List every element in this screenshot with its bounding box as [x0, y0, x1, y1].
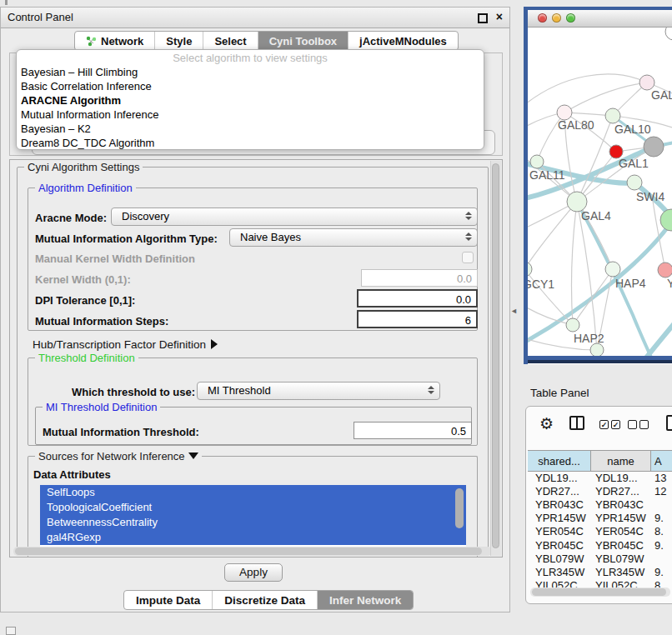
attribute-item[interactable]: BetweennessCentrality: [40, 515, 466, 530]
table-row[interactable]: YPR145WYPR145W9.: [528, 512, 672, 525]
attribute-list: SelfLoopsTopologicalCoefficientBetweenne…: [40, 485, 466, 547]
column-header-partial[interactable]: A: [651, 451, 672, 471]
zoom-traffic-light-icon[interactable]: [566, 13, 575, 22]
horizontal-scrollbar-thumb[interactable]: [15, 548, 482, 555]
table-row[interactable]: YBL079WYBL079W: [528, 552, 672, 565]
table-cell: YDR27...: [528, 485, 591, 498]
table-cell: YDR27...: [591, 485, 651, 498]
algorithm-option[interactable]: Mutual Information Inference: [17, 108, 484, 122]
table-cell: 9.: [651, 539, 672, 552]
column-header-name[interactable]: name: [591, 451, 651, 471]
minimized-panel-icon[interactable]: [6, 627, 16, 635]
table-cell: YLR345W: [528, 566, 591, 578]
vertical-scrollbar-thumb[interactable]: [492, 163, 499, 548]
network-window-titlebar[interactable]: [528, 10, 672, 28]
close-icon[interactable]: ×: [496, 10, 503, 23]
algorithm-option[interactable]: Dream8 DC_TDC Algorithm: [17, 136, 484, 150]
manual-kernel-label: Manual Kernel Width Definition: [35, 252, 195, 265]
network-node-GAL11[interactable]: [530, 155, 544, 168]
table-cell: YLR345W: [591, 566, 651, 578]
table-cell: YPR145W: [591, 512, 651, 524]
aracne-mode-select[interactable]: Discovery: [111, 208, 478, 226]
network-edge: [573, 269, 613, 325]
aracne-mode-label: Aracne Mode:: [35, 212, 107, 224]
table-horizontal-scrollbar[interactable]: [530, 588, 670, 597]
mi-threshold-group: MI Threshold Definition Mutual Informati…: [35, 407, 472, 445]
table-cell: 12: [651, 485, 672, 498]
stepper-arrows-icon: [428, 386, 434, 394]
tab-style[interactable]: Style: [155, 32, 203, 50]
attribute-item[interactable]: SelfLoops: [40, 485, 466, 500]
apply-button[interactable]: Apply: [224, 563, 283, 582]
function-builder-icon[interactable]: [666, 415, 672, 431]
tab-infer-network[interactable]: Infer Network: [318, 591, 413, 609]
network-node-GAL10[interactable]: [605, 108, 620, 123]
tab-select[interactable]: Select: [203, 32, 258, 50]
table-panel: ⚙ ✓ ✓ shared... name A YDL19...YDL19...1…: [525, 406, 672, 604]
gear-icon[interactable]: ⚙: [539, 414, 554, 433]
network-node-Y-salmon[interactable]: [658, 262, 672, 278]
split-columns-icon[interactable]: [569, 416, 584, 430]
close-traffic-light-icon[interactable]: [538, 13, 547, 22]
mi-threshold-value: 0.5: [451, 425, 466, 438]
table-cell: YDL19...: [528, 472, 591, 484]
algorithm-option[interactable]: Bayesian – Hill Climbing: [17, 65, 484, 79]
sources-title[interactable]: Sources for Network Inference: [35, 450, 202, 462]
table-row[interactable]: YDL19...YDL19...13: [528, 471, 672, 484]
hide-columns-icon[interactable]: [628, 420, 649, 429]
table-row[interactable]: YBR045CYBR045C9.: [528, 538, 672, 552]
control-panel-titlebar: Control Panel ×: [1, 8, 509, 28]
attribute-item[interactable]: TopologicalCoefficient: [40, 500, 466, 515]
table-row[interactable]: YER054CYER054C8.: [528, 525, 672, 538]
manual-kernel-checkbox[interactable]: [462, 252, 474, 263]
network-node-label: GAL1: [619, 157, 649, 170]
panel-divider-handle[interactable]: ◄: [510, 307, 518, 315]
network-node-GCY1[interactable]: [528, 262, 532, 277]
attribute-item[interactable]: gal4RGexp: [40, 530, 466, 545]
float-panel-icon[interactable]: [478, 13, 488, 23]
network-node-HAP4[interactable]: [605, 262, 620, 277]
table-scrollbar-thumb[interactable]: [532, 588, 666, 596]
sources-group: Sources for Network Inference Data Attri…: [28, 456, 478, 558]
network-node-partial-bottom[interactable]: [590, 343, 604, 356]
which-threshold-select[interactable]: MI Threshold: [197, 382, 440, 400]
network-canvas[interactable]: GALGAL80GAL10GAL1GAL11SWI4GAL4GCY1HAP4YH…: [528, 28, 672, 356]
minimize-traffic-light-icon[interactable]: [552, 13, 561, 22]
horizontal-scrollbar[interactable]: [13, 547, 492, 556]
mi-threshold-field[interactable]: 0.5: [354, 422, 472, 439]
screenshot-root: Control Panel × Network Style Select Cyn…: [0, 0, 672, 635]
table-cell: YBL079W: [528, 552, 591, 565]
hub-definition-expander[interactable]: Hub/Transcription Factor Definition: [33, 338, 218, 351]
network-node-HAP2[interactable]: [566, 318, 579, 332]
network-node-gray-node[interactable]: [644, 137, 664, 157]
dpi-tolerance-label: DPI Tolerance [0,1]:: [35, 294, 135, 307]
network-node-label: GAL11: [529, 168, 565, 182]
table-row[interactable]: YDR27...YDR27...12: [528, 484, 672, 498]
dpi-tolerance-field[interactable]: 0.0: [357, 289, 478, 308]
network-node-SWI4[interactable]: [627, 175, 642, 190]
algorithm-option[interactable]: Bayesian – K2: [17, 122, 484, 136]
kernel-width-field[interactable]: 0.0: [361, 269, 478, 287]
mi-steps-field[interactable]: 6: [357, 310, 478, 328]
table-row[interactable]: YBR043CYBR043C: [528, 498, 672, 511]
tab-impute-data[interactable]: Impute Data: [124, 591, 213, 609]
network-node-label: HAP2: [574, 332, 604, 345]
mi-type-select[interactable]: Naive Bayes: [229, 228, 478, 247]
algorithm-option[interactable]: ARACNE Algorithm: [17, 93, 484, 108]
unchecked-box-icon: [628, 420, 637, 429]
network-node-partial-top[interactable]: [665, 28, 672, 40]
tab-network[interactable]: Network: [75, 32, 155, 50]
column-header-shared[interactable]: shared...: [528, 451, 591, 471]
tab-label: Network: [101, 35, 143, 48]
vertical-scrollbar[interactable]: [490, 161, 501, 556]
threshold-definition-group: Threshold Definition Which threshold to …: [28, 358, 478, 446]
show-checked-columns-icon[interactable]: ✓ ✓: [599, 420, 620, 429]
network-node-big-green[interactable]: [660, 209, 672, 231]
attribute-list-scrollbar[interactable]: [455, 488, 464, 528]
tab-cyni-toolbox[interactable]: Cyni Toolbox: [258, 32, 349, 50]
table-row[interactable]: YLR345WYLR345W9.: [528, 565, 672, 578]
algorithm-option[interactable]: Basic Correlation Inference: [17, 79, 484, 93]
tab-discretize-data[interactable]: Discretize Data: [213, 591, 318, 609]
network-node-label: Y: [667, 277, 672, 290]
tab-jactivemnodules[interactable]: jActiveMNodules: [349, 32, 458, 50]
